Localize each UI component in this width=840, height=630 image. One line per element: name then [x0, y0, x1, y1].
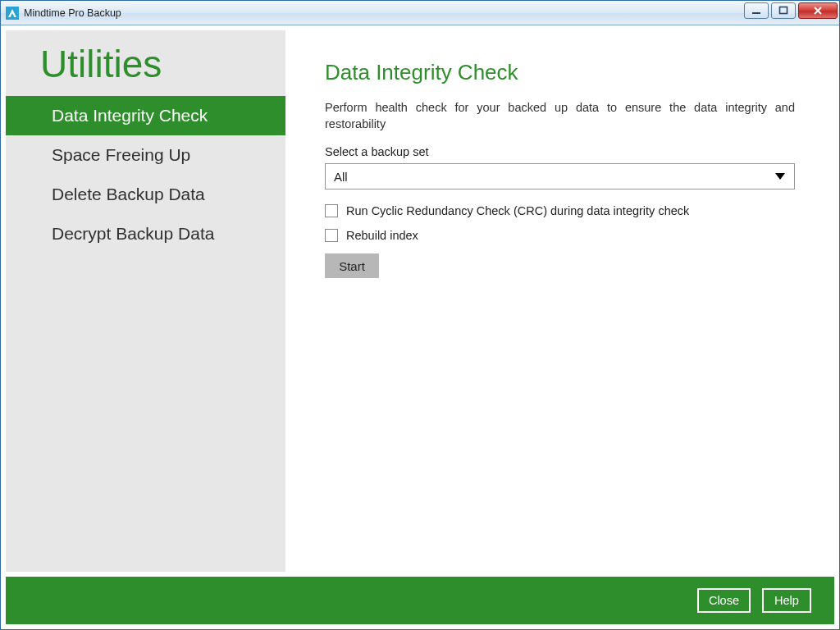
maximize-icon [778, 6, 788, 16]
app-window: Mindtime Pro Backup Utilities Data Integ… [0, 0, 840, 630]
help-button-label: Help [774, 594, 799, 607]
sidebar-item-data-integrity-check[interactable]: Data Integrity Check [6, 96, 285, 135]
sidebar-item-decrypt-backup-data[interactable]: Decrypt Backup Data [6, 214, 285, 253]
help-button[interactable]: Help [762, 588, 811, 613]
app-body: Utilities Data Integrity Check Space Fre… [1, 25, 839, 577]
sidebar-item-label: Decrypt Backup Data [52, 224, 214, 244]
close-icon [812, 6, 824, 16]
maximize-button[interactable] [771, 2, 796, 19]
backup-set-label: Select a backup set [325, 145, 795, 158]
crc-checkbox-label: Run Cyclic Redundancy Check (CRC) during… [346, 204, 689, 217]
rebuild-checkbox-label: Rebuild index [346, 229, 418, 242]
svg-rect-3 [780, 7, 788, 14]
rebuild-checkbox-row[interactable]: Rebuild index [325, 229, 795, 242]
close-button-label: Close [709, 594, 739, 607]
svg-marker-6 [775, 173, 785, 180]
titlebar: Mindtime Pro Backup [1, 1, 839, 25]
app-icon [6, 7, 19, 20]
close-window-button[interactable] [798, 2, 838, 19]
page-description: Perform health check for your backed up … [325, 100, 795, 132]
main-panel: Data Integrity Check Perform health chec… [285, 30, 834, 572]
page-title: Data Integrity Check [325, 60, 795, 85]
sidebar: Utilities Data Integrity Check Space Fre… [6, 30, 285, 572]
svg-rect-2 [752, 12, 760, 14]
start-button-label: Start [339, 259, 365, 273]
minimize-icon [751, 6, 761, 16]
close-button[interactable]: Close [697, 588, 751, 613]
sidebar-item-label: Delete Backup Data [52, 185, 205, 204]
backup-set-value: All [334, 170, 348, 184]
rebuild-checkbox[interactable] [325, 229, 338, 242]
sidebar-title: Utilities [6, 30, 285, 96]
crc-checkbox[interactable] [325, 204, 338, 217]
window-controls [744, 2, 838, 19]
minimize-button[interactable] [744, 2, 769, 19]
crc-checkbox-row[interactable]: Run Cyclic Redundancy Check (CRC) during… [325, 204, 795, 217]
sidebar-item-label: Data Integrity Check [52, 106, 208, 126]
footer: Close Help [6, 577, 834, 624]
window-title: Mindtime Pro Backup [24, 7, 121, 19]
sidebar-item-label: Space Freeing Up [52, 145, 190, 165]
chevron-down-icon [774, 170, 786, 183]
backup-set-select[interactable]: All [325, 163, 795, 189]
start-button[interactable]: Start [325, 253, 379, 278]
sidebar-item-space-freeing-up[interactable]: Space Freeing Up [6, 135, 285, 175]
sidebar-item-delete-backup-data[interactable]: Delete Backup Data [6, 175, 285, 214]
